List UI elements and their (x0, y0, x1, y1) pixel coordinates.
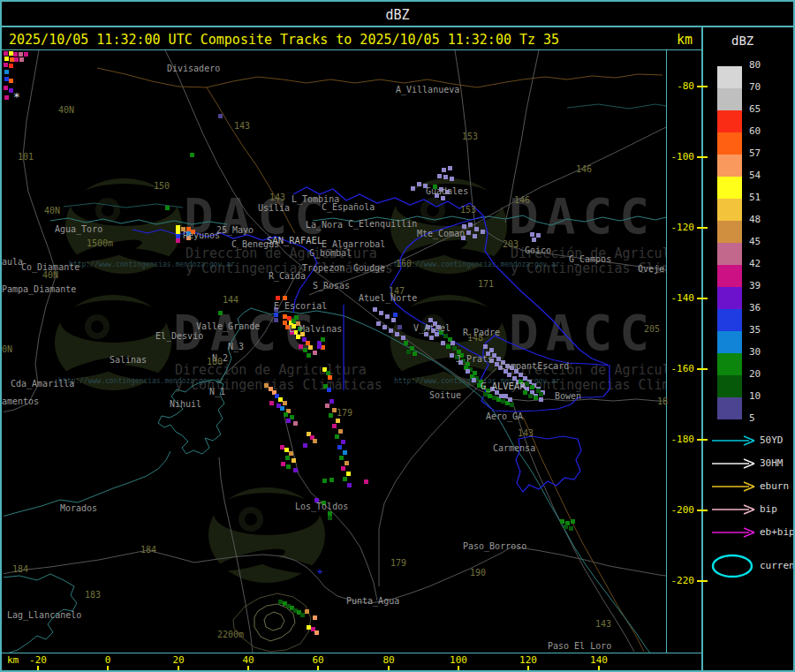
radar-echo-pixel (190, 153, 194, 157)
radar-echo-pixel (326, 371, 330, 375)
bottom-axis-tick (598, 666, 600, 671)
bottom-axis-label: 0 (92, 655, 124, 666)
radar-echo-pixel (417, 182, 421, 186)
radar-echo-pixel (450, 341, 455, 345)
right-axis-tick (697, 510, 708, 511)
radar-echo-pixel (401, 336, 405, 340)
bottom-axis-label: 20 (163, 655, 194, 666)
place-label: Bowen (555, 391, 581, 401)
place-label: Atuel_Norte (359, 293, 417, 303)
place-label: SAN_RAFAEL (267, 236, 322, 245)
radar-echo-pixel (300, 613, 305, 617)
route-label: 184 (12, 564, 28, 574)
radar-echo-pixel (341, 466, 345, 471)
radar-echo-pixel (294, 315, 299, 320)
place-label: A_Villanueva (396, 85, 459, 94)
radar-echo-pixel (483, 392, 488, 396)
radar-echo-pixel (281, 462, 285, 466)
bottom-axis-label: 140 (583, 655, 615, 666)
svg-text:http://www.contingencias.mendo: http://www.contingencias.mendoza.gov.ar (69, 260, 235, 268)
place-label: Aero_GA (486, 412, 523, 421)
radar-map-canvas[interactable]: DACCDirección de Agriculturay Contingenc… (2, 2, 795, 672)
radar-echo-pixel (413, 351, 417, 356)
radar-echo-pixel (468, 223, 473, 227)
route-label: 146 (576, 164, 592, 174)
radar-echo-pixel (483, 344, 488, 349)
radar-echo-pixel (307, 625, 311, 630)
place-label: Cda_Amarilla (11, 379, 74, 389)
place-label: S_Rosas (313, 281, 350, 291)
radar-echo-pixel (322, 479, 327, 483)
radar-echo-pixel (328, 516, 332, 520)
radar-echo-pixel (280, 406, 284, 411)
route-label: 184 (140, 545, 156, 555)
place-label: Agua_Toro (55, 224, 102, 234)
place-label: Los_Toldos (295, 502, 348, 511)
place-label: Morados (60, 503, 97, 513)
radar-echo-pixel (560, 519, 564, 524)
route-label: 40N (44, 206, 60, 215)
route-label: 160 (396, 259, 412, 268)
place-label: Salinas (110, 355, 147, 365)
route-label: 143 (234, 121, 250, 131)
bottom-axis-tick (37, 666, 39, 671)
bottom-axis-tick (527, 666, 529, 671)
radar-echo-pixel (9, 51, 13, 56)
scale-swatch (717, 243, 742, 265)
radar-echo-pixel (395, 332, 399, 336)
route-label: 2200m (217, 630, 244, 639)
eb+bip-track-arrow-icon (710, 526, 758, 539)
30HM-track-arrow-icon (710, 457, 758, 470)
right-axis-label: -140 (662, 293, 694, 304)
place-label: G_ALVEAR (481, 381, 526, 391)
radar-echo-pixel (321, 337, 325, 342)
place-label: amentos (2, 396, 39, 406)
right-axis-label: -100 (662, 152, 694, 162)
radar-echo-pixel (328, 511, 332, 516)
radar-echo-pixel (308, 345, 313, 350)
place-label: Guadales (426, 186, 468, 196)
radar-echo-pixel (4, 86, 8, 90)
route-label: 180 (207, 357, 223, 366)
radar-echo-pixel (289, 451, 293, 456)
place-label: Lag_Llancanelo (7, 610, 81, 620)
right-axis-tick (697, 86, 708, 87)
svg-text:http://www.contingencias.mendo: http://www.contingencias.mendoza.gov.ar (394, 260, 560, 268)
radar-echo-pixel (450, 353, 454, 358)
radar-echo-pixel (335, 434, 339, 439)
radar-echo-pixel (24, 52, 28, 57)
radar-echo-pixel (504, 394, 508, 398)
right-axis-label: -200 (662, 505, 694, 516)
bottom-axis-tick (107, 666, 109, 671)
bottom-axis-tick (247, 666, 249, 671)
radar-echo-pixel (165, 206, 170, 210)
radar-echo-pixel (313, 615, 317, 620)
radar-echo-pixel (337, 445, 342, 449)
place-label: J_Prats (456, 354, 493, 364)
radar-echo-pixel (292, 458, 296, 463)
place-label: R_Padre (463, 328, 500, 337)
radar-echo-pixel (446, 344, 450, 349)
scale-tick-label: 48 (749, 214, 761, 226)
scale-swatch (717, 199, 742, 221)
bottom-axis-tick (388, 666, 390, 671)
radar-echo-pixel (428, 318, 433, 322)
place-label: N_1 (209, 387, 225, 396)
right-axis-tick (697, 227, 708, 229)
radar-echo-pixel (283, 321, 287, 325)
place-label: Punta_Agua (346, 596, 399, 606)
radar-echo-pixel (536, 233, 541, 238)
place-label: E_Escorial (274, 301, 327, 311)
scale-tick-label: 54 (749, 170, 761, 182)
scale-tick-label: 10 (749, 390, 761, 403)
route-label: 190 (470, 568, 486, 578)
radar-echo-pixel (391, 318, 396, 322)
radar-echo-pixel (376, 321, 381, 326)
radar-echo-pixel (332, 424, 337, 428)
route-label: 0N (2, 344, 12, 354)
route-label: 18 (657, 396, 668, 406)
radar-echo-pixel (519, 373, 523, 377)
contour-line (254, 604, 295, 641)
contour-line (264, 612, 284, 630)
scale-swatch (717, 375, 742, 397)
